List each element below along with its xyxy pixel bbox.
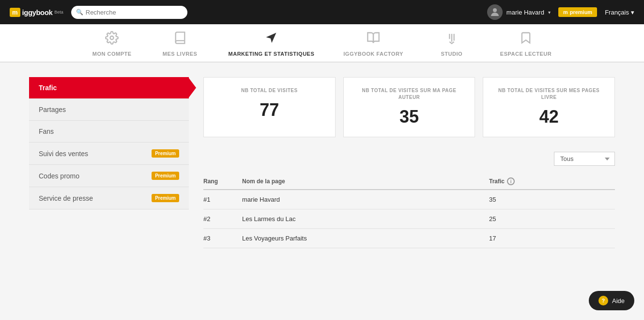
cell-trafic: 25	[489, 209, 615, 229]
help-button[interactable]: ? Aide	[589, 291, 634, 310]
megaphone-icon	[264, 31, 278, 48]
nav-label-factory: IGGYBOOK FACTORY	[343, 51, 403, 57]
content-area: Trafic Partages Fans Suivi des ventes Pr…	[0, 63, 644, 305]
stat-label-2: NB TOTAL DE VISITES SUR MES PAGES LIVRE	[493, 87, 605, 101]
language-selector[interactable]: Français ▾	[605, 9, 634, 16]
premium-label: premium	[570, 9, 592, 15]
premium-m-icon: m	[563, 9, 568, 15]
search-wrap: 🔍	[71, 6, 187, 19]
stat-card-1: NB TOTAL DE VISITES SUR MA PAGE AUTEUR 3…	[343, 77, 475, 137]
sidebar-label-trafic: Trafic	[39, 84, 57, 92]
nav-label-mon-compte: MON COMPTE	[92, 51, 132, 57]
cell-rang: #2	[203, 209, 242, 229]
sidebar-label-suivi-ventes: Suivi des ventes	[39, 150, 88, 158]
avatar	[487, 4, 503, 20]
nav-item-marketing[interactable]: MARKETING ET STATISTIQUES	[229, 31, 315, 57]
cell-trafic: 35	[489, 190, 615, 209]
cell-page: Les Voyageurs Parfaits	[242, 229, 489, 248]
stat-value-1: 35	[353, 107, 465, 127]
logo[interactable]: m iggybook Beta	[10, 8, 63, 17]
sidebar: Trafic Partages Fans Suivi des ventes Pr…	[29, 77, 189, 290]
cell-rang: #1	[203, 190, 242, 209]
main-nav: MON COMPTE MES LIVRES MARKETING ET STATI…	[0, 24, 644, 62]
table-row: #1 marie Havard 35	[203, 190, 615, 209]
traffic-table: Rang Nom de la page Trafic i #1 marie	[203, 174, 615, 248]
premium-tag-codes: Premium	[152, 172, 179, 180]
logo-beta: Beta	[54, 10, 63, 15]
stat-label-1: NB TOTAL DE VISITES SUR MA PAGE AUTEUR	[353, 87, 465, 101]
sidebar-label-service-presse: Service de presse	[39, 194, 93, 202]
cell-rang: #3	[203, 229, 242, 248]
search-icon: 🔍	[76, 9, 83, 16]
sidebar-item-fans[interactable]: Fans	[29, 121, 189, 143]
sidebar-label-partages: Partages	[39, 106, 66, 113]
svg-point-1	[110, 36, 114, 40]
user-name: marie Havard	[506, 9, 544, 16]
gear-icon	[105, 31, 119, 48]
sidebar-label-fans: Fans	[39, 128, 54, 135]
col-trafic: Trafic i	[489, 174, 615, 190]
cell-page: marie Havard	[242, 190, 489, 209]
language-label: Français	[605, 9, 629, 16]
premium-badge[interactable]: m premium	[558, 7, 597, 17]
cell-page: Les Larmes du Lac	[242, 209, 489, 229]
help-icon: ?	[598, 296, 608, 305]
stat-card-0: NB TOTAL DE VISITES 77	[203, 77, 336, 137]
logo-brand: iggybook	[22, 8, 53, 16]
bookmark-icon	[519, 31, 533, 48]
stat-value-0: 77	[214, 100, 325, 120]
stats-cards: NB TOTAL DE VISITES 77 NB TOTAL DE VISIT…	[203, 77, 615, 137]
sidebar-item-suivi-ventes[interactable]: Suivi des ventes Premium	[29, 143, 189, 165]
pencils-icon	[445, 31, 459, 48]
col-nom: Nom de la page	[242, 174, 489, 190]
nav-item-factory[interactable]: IGGYBOOK FACTORY	[343, 31, 403, 57]
stat-card-2: NB TOTAL DE VISITES SUR MES PAGES LIVRE …	[483, 77, 615, 137]
table-row: #3 Les Voyageurs Parfaits 17	[203, 229, 615, 248]
premium-tag-suivi: Premium	[152, 149, 179, 158]
book-icon	[367, 31, 380, 48]
sidebar-item-trafic[interactable]: Trafic	[29, 77, 189, 99]
nav-label-mes-livres: MES LIVRES	[163, 51, 198, 57]
filter-row: TousCette semaineCe moisCette année	[203, 152, 615, 166]
nav-label-marketing: MARKETING ET STATISTIQUES	[229, 51, 315, 57]
filter-select[interactable]: TousCette semaineCe moisCette année	[554, 152, 615, 166]
nav-label-espace-lecteur: ESPACE LECTEUR	[500, 51, 552, 57]
user-dropdown-arrow: ▾	[548, 10, 551, 15]
sidebar-label-codes-promo: Codes promo	[39, 172, 79, 180]
logo-m: m	[10, 8, 20, 17]
user-menu[interactable]: marie Havard ▾	[487, 4, 551, 20]
nav-item-studio[interactable]: STUDIO	[432, 31, 471, 57]
help-label: Aide	[612, 297, 625, 304]
top-nav: m iggybook Beta 🔍 marie Havard ▾ m premi…	[0, 0, 644, 24]
nav-item-espace-lecteur[interactable]: ESPACE LECTEUR	[500, 31, 552, 57]
nav-label-studio: STUDIO	[441, 51, 463, 57]
stat-value-2: 42	[493, 107, 605, 127]
stat-label-0: NB TOTAL DE VISITES	[214, 87, 325, 94]
sidebar-item-service-presse[interactable]: Service de presse Premium	[29, 187, 189, 209]
table-row: #2 Les Larmes du Lac 25	[203, 209, 615, 229]
svg-point-0	[493, 8, 497, 12]
search-input[interactable]	[71, 6, 187, 19]
sidebar-item-partages[interactable]: Partages	[29, 99, 189, 121]
cell-trafic: 17	[489, 229, 615, 248]
nav-item-mon-compte[interactable]: MON COMPTE	[92, 31, 132, 57]
premium-tag-presse: Premium	[152, 194, 179, 202]
trafic-info-icon: i	[507, 177, 515, 185]
nav-item-mes-livres[interactable]: MES LIVRES	[161, 31, 199, 57]
main-content: NB TOTAL DE VISITES 77 NB TOTAL DE VISIT…	[203, 77, 615, 290]
language-arrow: ▾	[631, 9, 634, 16]
sidebar-item-codes-promo[interactable]: Codes promo Premium	[29, 165, 189, 187]
col-rang: Rang	[203, 174, 242, 190]
books-icon	[173, 31, 187, 48]
